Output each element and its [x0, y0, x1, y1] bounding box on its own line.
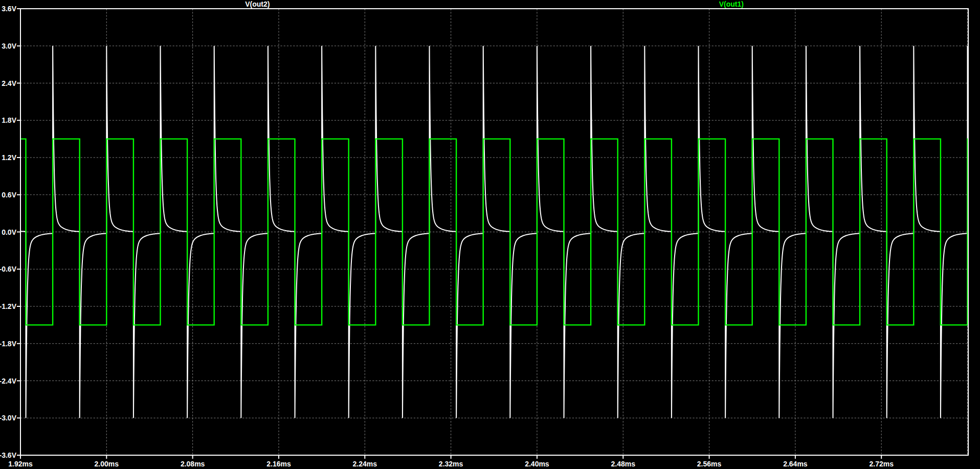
y-axis-tick-label: -1.8V: [0, 340, 17, 348]
y-axis-tick-label: 3.0V: [2, 42, 16, 50]
y-axis-tick-label: -3.0V: [0, 414, 17, 422]
y-axis-tick-label: 2.4V: [2, 79, 16, 87]
y-axis-tick-label: 0.6V: [2, 191, 16, 199]
y-axis-tick-label: 1.8V: [2, 116, 16, 124]
waveform-viewer: V(out2) V(out1) 3.6V3.0V2.4V1.8V1.2V0.6V…: [0, 0, 980, 469]
y-axis-tick-label: -2.4V: [0, 377, 17, 385]
y-axis-tick-label: 3.6V: [2, 5, 16, 13]
x-axis-tick-label: 2.48ms: [611, 460, 636, 468]
x-axis-tick-label: 2.40ms: [525, 460, 549, 468]
y-axis-tick-label: 0.0V: [2, 228, 16, 236]
x-axis-tick-label: 2.32ms: [439, 460, 463, 468]
x-axis-tick-label: 2.64ms: [783, 460, 808, 468]
x-axis-tick-label: 2.16ms: [266, 460, 291, 468]
x-axis-tick-label: 2.56ms: [697, 460, 722, 468]
x-axis-tick-label: 2.72ms: [869, 460, 894, 468]
x-axis-tick-label: 2.24ms: [353, 460, 377, 468]
x-axis-tick-label: 2.08ms: [181, 460, 205, 468]
x-axis-tick-label: 1.92ms: [8, 460, 33, 468]
waveform-plot-area[interactable]: 3.6V3.0V2.4V1.8V1.2V0.6V0.0V-0.6V-1.2V-1…: [0, 0, 980, 469]
y-axis-tick-label: -1.2V: [0, 302, 17, 310]
x-axis-tick-label: 2.00ms: [95, 460, 119, 468]
y-axis-tick-label: -0.6V: [0, 265, 17, 273]
y-axis-tick-label: 1.2V: [2, 153, 16, 162]
y-axis-tick-label: -3.6V: [0, 451, 17, 459]
